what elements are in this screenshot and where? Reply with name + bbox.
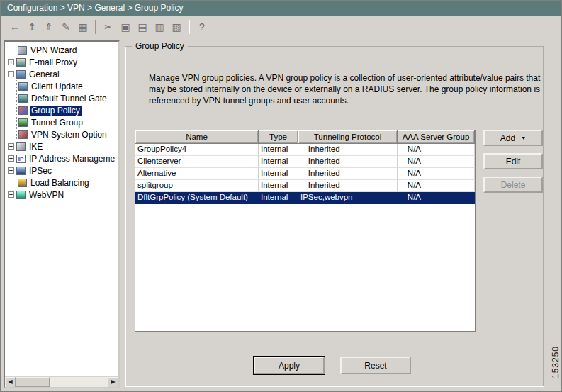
general-folder-icon: [16, 70, 26, 79]
edit-icon: ✎: [62, 21, 70, 33]
cell-tunneling-protocol: IPSec,webvpn: [298, 192, 398, 204]
scroll-right-arrow-icon[interactable]: ▶: [108, 377, 118, 388]
toolbar-separator: [189, 20, 190, 34]
cut-icon: ✂: [104, 21, 113, 33]
cell-name: Alternative: [135, 168, 259, 180]
sidebar-item-email-proxy[interactable]: + E-mail Proxy: [7, 56, 118, 68]
table-action-buttons: Add ▼ Edit Delete: [483, 130, 543, 193]
help-icon: ?: [199, 21, 205, 33]
add-button-label: Add: [500, 133, 515, 143]
column-header-aaa-server-group[interactable]: AAA Server Group: [398, 130, 475, 144]
breadcrumb: Configuration > VPN > General > Group Po…: [1, 1, 561, 16]
collapse-minus-icon[interactable]: -: [8, 71, 14, 77]
sidebar-item-label: Group Policy: [30, 106, 82, 116]
up-icon: ↥: [28, 21, 36, 33]
sidebar-item-group-policy[interactable]: Group Policy: [17, 104, 118, 116]
tree-horizontal-scrollbar[interactable]: ◀ ▶: [5, 376, 118, 387]
toolbar-copy-button[interactable]: ▣: [117, 19, 134, 35]
table-row-clientserver[interactable]: Clientserver Internal -- Inherited -- --…: [135, 156, 475, 168]
sidebar-item-label: IKE: [28, 142, 44, 152]
cell-aaa-server-group: -- N/A --: [398, 192, 475, 204]
toolbar-up-button[interactable]: ↥: [23, 19, 40, 35]
table-row-alternative[interactable]: Alternative Internal -- Inherited -- -- …: [135, 168, 475, 180]
cell-tunneling-protocol: -- Inherited --: [298, 144, 398, 156]
copy-icon: ▣: [120, 21, 130, 33]
ike-key-icon: [16, 142, 26, 151]
toolbar-back-button[interactable]: ←: [6, 19, 23, 35]
edit-button-label: Edit: [506, 157, 521, 167]
sidebar-item-general[interactable]: - General: [7, 68, 118, 80]
toolbar-edit-button[interactable]: ✎: [57, 19, 74, 35]
vpn-wizard-icon: [18, 46, 27, 55]
column-header-type[interactable]: Type: [259, 130, 298, 144]
groupbox-title: Group Policy: [132, 41, 188, 51]
cell-aaa-server-group: -- N/A --: [398, 180, 475, 192]
sidebar-item-vpn-system-options[interactable]: VPN System Option: [17, 128, 118, 140]
toolbar-paste-button[interactable]: ▤: [134, 19, 151, 35]
table-header-row: Name Type Tunneling Protocol AAA Server …: [135, 130, 475, 144]
toolbar: ← ↥ ⇑ ✎ ▦ ✂ ▣ ▤ ▥ ▨ ?: [1, 16, 561, 38]
paste-icon: ▤: [137, 21, 147, 33]
expand-plus-icon[interactable]: +: [8, 191, 14, 198]
tunnel-group-icon: [18, 118, 28, 127]
cell-aaa-server-group: -- N/A --: [398, 156, 475, 168]
apply-button[interactable]: Apply: [254, 357, 325, 374]
sidebar-item-label: IPSec: [28, 166, 53, 176]
app-window: Configuration > VPN > General > Group Po…: [0, 0, 562, 392]
scrollbar-thumb[interactable]: [16, 377, 50, 387]
figure-number: 153250: [551, 346, 561, 379]
cell-type: Internal: [259, 144, 298, 156]
sidebar-item-ip-address-management[interactable]: + IP IP Address Manageme: [7, 152, 118, 164]
sidebar-item-load-balancing[interactable]: Load Balancing: [7, 177, 118, 189]
cell-aaa-server-group: -- N/A --: [398, 168, 475, 180]
delete-button-label: Delete: [501, 180, 526, 190]
group-policy-groupbox: Group Policy Manage VPN group policies. …: [125, 46, 544, 387]
sidebar-item-webvpn[interactable]: + WebVPN: [7, 189, 118, 201]
table-row-grouppolicy4[interactable]: GroupPolicy4 Internal -- Inherited -- --…: [135, 144, 475, 156]
ipsec-icon: [16, 167, 26, 175]
toolbar-paste-table-button[interactable]: ▥: [151, 19, 168, 35]
cell-type: Internal: [259, 168, 298, 180]
sidebar-item-default-tunnel-gateway[interactable]: Default Tunnel Gate: [17, 92, 118, 104]
column-header-name[interactable]: Name: [135, 130, 259, 144]
chevron-down-icon: ▼: [521, 135, 526, 140]
table-row-splitgroup[interactable]: splitgroup Internal -- Inherited -- -- N…: [135, 180, 475, 192]
sidebar-item-label: General: [28, 69, 61, 79]
paste-table-icon: ▥: [154, 21, 164, 33]
toolbar-cut-button[interactable]: ✂: [100, 19, 117, 35]
reset-button[interactable]: Reset: [340, 357, 411, 374]
edit-button[interactable]: Edit: [483, 153, 543, 169]
toolbar-help-button[interactable]: ?: [193, 19, 210, 35]
paste-special-icon: ▨: [172, 21, 181, 33]
expand-plus-icon[interactable]: +: [8, 59, 14, 65]
load-balancing-icon: [18, 179, 27, 187]
cell-tunneling-protocol: -- Inherited --: [298, 156, 398, 168]
table-body: GroupPolicy4 Internal -- Inherited -- --…: [135, 144, 475, 331]
scrollbar-track[interactable]: [16, 377, 108, 387]
expand-plus-icon[interactable]: +: [8, 167, 14, 174]
expand-plus-icon[interactable]: +: [8, 155, 14, 162]
toolbar-paste-special-button[interactable]: ▨: [168, 19, 185, 35]
cell-type: Internal: [259, 156, 298, 168]
sidebar-item-label: Load Balancing: [29, 178, 91, 188]
default-tunnel-gateway-icon: [18, 94, 28, 103]
group-policy-table: Name Type Tunneling Protocol AAA Server …: [135, 130, 476, 332]
email-proxy-icon: [16, 58, 26, 67]
column-header-tunneling-protocol[interactable]: Tunneling Protocol: [298, 130, 398, 144]
expand-plus-icon[interactable]: +: [8, 143, 14, 150]
delete-button[interactable]: Delete: [483, 177, 543, 193]
sidebar-item-vpn-wizard[interactable]: VPN Wizard: [7, 44, 118, 56]
cell-type: Internal: [259, 180, 298, 192]
scroll-left-arrow-icon[interactable]: ◀: [5, 377, 16, 388]
sidebar-item-ike[interactable]: + IKE: [7, 140, 118, 152]
toolbar-deploy-button[interactable]: ⇑: [40, 19, 57, 35]
cell-name: Clientserver: [135, 156, 259, 168]
sidebar-item-ipsec[interactable]: + IPSec: [7, 164, 118, 177]
sidebar-item-tunnel-group[interactable]: Tunnel Group: [17, 116, 118, 128]
sidebar-item-client-update[interactable]: Client Update: [17, 80, 118, 92]
toolbar-delete-button[interactable]: ▦: [74, 19, 91, 35]
table-row-dfltgrppolicy-selected[interactable]: DfltGrpPolicy (System Default) Internal …: [135, 192, 475, 204]
cell-tunneling-protocol: -- Inherited --: [298, 180, 398, 192]
sidebar-item-label: VPN System Option: [30, 130, 108, 140]
add-button[interactable]: Add ▼: [483, 130, 543, 146]
